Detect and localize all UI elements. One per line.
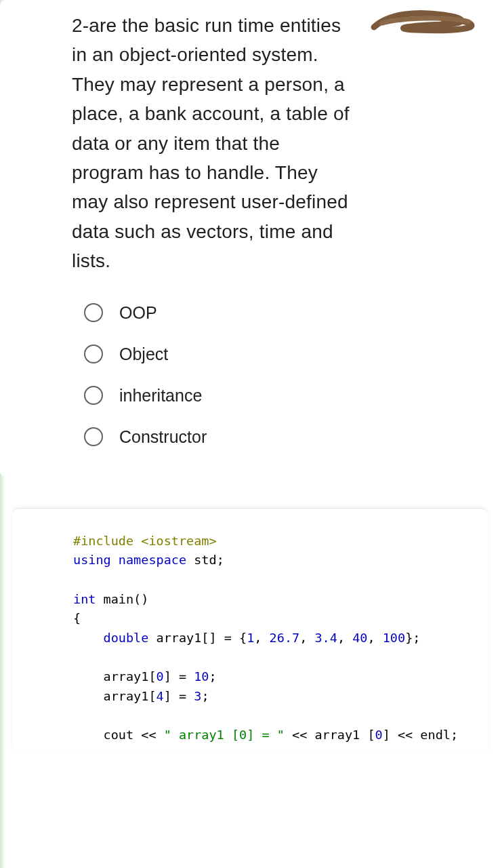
code-token: 3 (194, 689, 201, 703)
code-token: , (254, 631, 269, 645)
code-token: array1[ (73, 669, 157, 684)
code-token: 40 (352, 631, 367, 645)
code-token: std; (194, 553, 224, 567)
code-token: << array1 [ (285, 728, 375, 742)
code-token: " array1 [0] = " (164, 728, 285, 742)
code-block: #include <iostream> using namespace std;… (73, 532, 427, 745)
code-token: ] = (164, 669, 194, 684)
option-oop[interactable]: OOP (84, 303, 481, 323)
code-card: #include <iostream> using namespace std;… (12, 508, 488, 752)
code-token: array1[] = { (157, 631, 247, 645)
option-label: inheritance (119, 386, 202, 406)
code-token: <iostream> (141, 534, 216, 548)
code-token: ] << endl; (383, 728, 458, 742)
option-object[interactable]: Object (84, 344, 481, 364)
code-token: 26.7 (270, 631, 300, 645)
code-token: ; (209, 669, 217, 684)
question-text: 2-are the basic run time entities in an … (72, 11, 356, 276)
radio-icon[interactable] (84, 427, 103, 446)
question-card: 2-are the basic run time entities in an … (0, 0, 500, 477)
option-inheritance[interactable]: inheritance (84, 386, 481, 406)
code-token: 4 (157, 689, 164, 703)
options-group: OOP Object inheritance Constructor (72, 303, 481, 447)
code-token: int (73, 592, 104, 606)
code-token: 100 (383, 631, 405, 645)
code-token: 0 (157, 669, 164, 684)
code-token: ] = (164, 689, 194, 703)
code-token: , (367, 631, 382, 645)
option-label: OOP (119, 303, 157, 323)
option-label: Constructor (119, 427, 207, 447)
code-token: using (73, 553, 119, 567)
code-token: #include (73, 534, 141, 548)
code-token: 10 (194, 669, 209, 684)
code-token: }; (405, 631, 420, 645)
radio-icon[interactable] (84, 386, 103, 405)
radio-icon[interactable] (84, 303, 103, 322)
code-token: main() (104, 592, 149, 606)
option-constructor[interactable]: Constructor (84, 427, 481, 447)
code-token: 1 (247, 631, 254, 645)
code-token: double (73, 631, 157, 645)
code-token: { (73, 611, 81, 625)
radio-icon[interactable] (84, 344, 103, 363)
code-token: , (299, 631, 314, 645)
option-label: Object (119, 344, 168, 364)
code-token: , (337, 631, 352, 645)
code-token: 3.4 (314, 631, 337, 645)
code-token: namespace (119, 553, 194, 567)
code-token: cout << (73, 728, 164, 742)
code-token: 0 (375, 728, 383, 742)
code-token: ; (201, 689, 209, 703)
marker-scribble (369, 3, 477, 41)
code-token: array1[ (73, 689, 157, 703)
